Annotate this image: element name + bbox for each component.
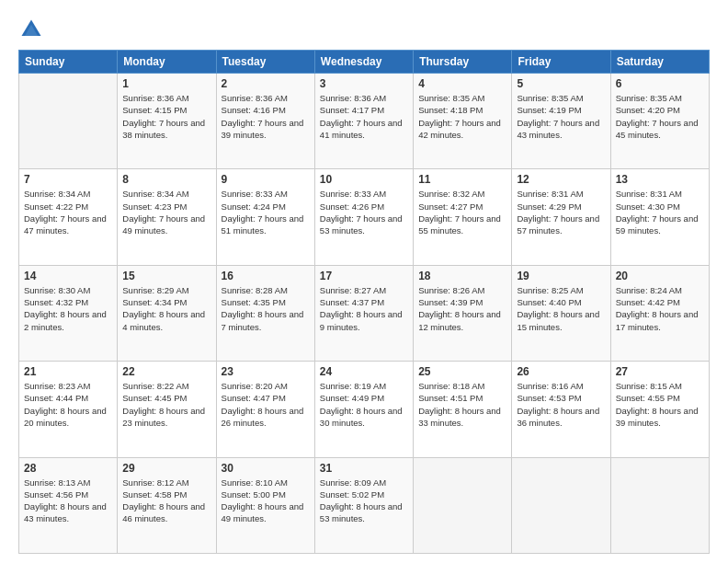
week-row-0: 1Sunrise: 8:36 AMSunset: 4:15 PMDaylight… xyxy=(19,74,710,169)
logo-icon xyxy=(18,17,44,42)
day-number: 2 xyxy=(222,77,310,90)
day-number: 4 xyxy=(418,77,506,90)
day-number: 11 xyxy=(418,173,506,186)
calendar-cell: 31Sunrise: 8:09 AMSunset: 5:02 PMDayligh… xyxy=(314,457,413,553)
day-number: 19 xyxy=(517,270,605,282)
calendar-cell: 23Sunrise: 8:20 AMSunset: 4:47 PMDayligh… xyxy=(216,362,314,457)
calendar-cell: 10Sunrise: 8:33 AMSunset: 4:26 PMDayligh… xyxy=(314,169,413,265)
day-info: Sunrise: 8:27 AMSunset: 4:37 PMDaylight:… xyxy=(320,284,408,333)
day-number: 24 xyxy=(320,365,408,378)
calendar-header-row: SundayMondayTuesdayWednesdayThursdayFrid… xyxy=(19,51,710,74)
day-info: Sunrise: 8:20 AMSunset: 4:47 PMDaylight:… xyxy=(222,380,310,429)
calendar-cell: 28Sunrise: 8:13 AMSunset: 4:56 PMDayligh… xyxy=(19,457,118,553)
day-info: Sunrise: 8:35 AMSunset: 4:20 PMDaylight:… xyxy=(616,92,704,141)
calendar-cell: 2Sunrise: 8:36 AMSunset: 4:16 PMDaylight… xyxy=(216,74,314,169)
day-number: 3 xyxy=(320,77,408,90)
day-number: 26 xyxy=(517,365,605,378)
day-number: 17 xyxy=(320,270,408,282)
day-info: Sunrise: 8:22 AMSunset: 4:45 PMDaylight:… xyxy=(122,380,210,429)
day-info: Sunrise: 8:36 AMSunset: 4:16 PMDaylight:… xyxy=(222,92,310,141)
calendar-cell: 3Sunrise: 8:36 AMSunset: 4:17 PMDaylight… xyxy=(314,74,413,169)
day-info: Sunrise: 8:23 AMSunset: 4:44 PMDaylight:… xyxy=(24,380,112,429)
calendar-cell: 17Sunrise: 8:27 AMSunset: 4:37 PMDayligh… xyxy=(314,265,413,361)
calendar-cell: 11Sunrise: 8:32 AMSunset: 4:27 PMDayligh… xyxy=(414,169,512,265)
page: SundayMondayTuesdayWednesdayThursdayFrid… xyxy=(0,0,728,563)
day-number: 30 xyxy=(222,462,310,475)
day-number: 12 xyxy=(517,173,605,186)
calendar-cell: 30Sunrise: 8:10 AMSunset: 5:00 PMDayligh… xyxy=(216,457,314,553)
day-number: 20 xyxy=(616,270,704,282)
calendar-cell: 29Sunrise: 8:12 AMSunset: 4:58 PMDayligh… xyxy=(118,457,216,553)
day-info: Sunrise: 8:24 AMSunset: 4:42 PMDaylight:… xyxy=(616,284,704,333)
week-row-1: 7Sunrise: 8:34 AMSunset: 4:22 PMDaylight… xyxy=(19,169,710,265)
calendar-cell: 7Sunrise: 8:34 AMSunset: 4:22 PMDaylight… xyxy=(19,169,118,265)
calendar-cell: 13Sunrise: 8:31 AMSunset: 4:30 PMDayligh… xyxy=(610,169,709,265)
calendar-cell: 21Sunrise: 8:23 AMSunset: 4:44 PMDayligh… xyxy=(19,362,118,457)
calendar-cell: 14Sunrise: 8:30 AMSunset: 4:32 PMDayligh… xyxy=(19,265,118,361)
day-number: 10 xyxy=(320,173,408,186)
day-number: 8 xyxy=(122,173,210,186)
day-number: 28 xyxy=(24,462,112,475)
day-number: 1 xyxy=(122,77,210,90)
header xyxy=(18,17,710,42)
calendar-table: SundayMondayTuesdayWednesdayThursdayFrid… xyxy=(18,50,710,554)
day-info: Sunrise: 8:18 AMSunset: 4:51 PMDaylight:… xyxy=(418,380,506,429)
day-info: Sunrise: 8:26 AMSunset: 4:39 PMDaylight:… xyxy=(418,284,506,333)
day-info: Sunrise: 8:19 AMSunset: 4:49 PMDaylight:… xyxy=(320,380,408,429)
day-number: 14 xyxy=(24,270,112,282)
day-info: Sunrise: 8:16 AMSunset: 4:53 PMDaylight:… xyxy=(517,380,605,429)
day-info: Sunrise: 8:25 AMSunset: 4:40 PMDaylight:… xyxy=(517,284,605,333)
col-header-friday: Friday xyxy=(512,51,610,74)
day-info: Sunrise: 8:28 AMSunset: 4:35 PMDaylight:… xyxy=(222,284,310,333)
calendar-cell: 26Sunrise: 8:16 AMSunset: 4:53 PMDayligh… xyxy=(512,362,610,457)
day-info: Sunrise: 8:31 AMSunset: 4:30 PMDaylight:… xyxy=(616,188,704,236)
day-number: 15 xyxy=(122,270,210,282)
calendar-cell: 24Sunrise: 8:19 AMSunset: 4:49 PMDayligh… xyxy=(314,362,413,457)
calendar-cell: 19Sunrise: 8:25 AMSunset: 4:40 PMDayligh… xyxy=(512,265,610,361)
calendar-cell xyxy=(414,457,512,553)
week-row-4: 28Sunrise: 8:13 AMSunset: 4:56 PMDayligh… xyxy=(19,457,710,553)
calendar-cell: 20Sunrise: 8:24 AMSunset: 4:42 PMDayligh… xyxy=(610,265,709,361)
col-header-saturday: Saturday xyxy=(610,51,709,74)
calendar-cell: 9Sunrise: 8:33 AMSunset: 4:24 PMDaylight… xyxy=(216,169,314,265)
day-number: 31 xyxy=(320,462,408,475)
day-number: 21 xyxy=(24,365,112,378)
day-info: Sunrise: 8:10 AMSunset: 5:00 PMDaylight:… xyxy=(222,477,310,525)
week-row-2: 14Sunrise: 8:30 AMSunset: 4:32 PMDayligh… xyxy=(19,265,710,361)
day-info: Sunrise: 8:33 AMSunset: 4:26 PMDaylight:… xyxy=(320,188,408,236)
col-header-tuesday: Tuesday xyxy=(216,51,314,74)
day-info: Sunrise: 8:34 AMSunset: 4:23 PMDaylight:… xyxy=(122,188,210,236)
day-number: 25 xyxy=(418,365,506,378)
col-header-monday: Monday xyxy=(118,51,216,74)
day-number: 9 xyxy=(222,173,310,186)
day-number: 27 xyxy=(616,365,704,378)
day-number: 5 xyxy=(517,77,605,90)
day-number: 6 xyxy=(616,77,704,90)
day-info: Sunrise: 8:35 AMSunset: 4:19 PMDaylight:… xyxy=(517,92,605,141)
calendar-cell: 15Sunrise: 8:29 AMSunset: 4:34 PMDayligh… xyxy=(118,265,216,361)
day-info: Sunrise: 8:36 AMSunset: 4:17 PMDaylight:… xyxy=(320,92,408,141)
day-info: Sunrise: 8:13 AMSunset: 4:56 PMDaylight:… xyxy=(24,477,112,525)
day-info: Sunrise: 8:12 AMSunset: 4:58 PMDaylight:… xyxy=(122,477,210,525)
calendar-cell: 1Sunrise: 8:36 AMSunset: 4:15 PMDaylight… xyxy=(118,74,216,169)
col-header-sunday: Sunday xyxy=(19,51,118,74)
calendar-cell: 16Sunrise: 8:28 AMSunset: 4:35 PMDayligh… xyxy=(216,265,314,361)
calendar-cell: 22Sunrise: 8:22 AMSunset: 4:45 PMDayligh… xyxy=(118,362,216,457)
day-info: Sunrise: 8:34 AMSunset: 4:22 PMDaylight:… xyxy=(24,188,112,236)
day-info: Sunrise: 8:36 AMSunset: 4:15 PMDaylight:… xyxy=(122,92,210,141)
day-info: Sunrise: 8:09 AMSunset: 5:02 PMDaylight:… xyxy=(320,477,408,525)
day-number: 22 xyxy=(122,365,210,378)
calendar-cell: 8Sunrise: 8:34 AMSunset: 4:23 PMDaylight… xyxy=(118,169,216,265)
day-info: Sunrise: 8:31 AMSunset: 4:29 PMDaylight:… xyxy=(517,188,605,236)
calendar-cell xyxy=(19,74,118,169)
day-number: 16 xyxy=(222,270,310,282)
day-info: Sunrise: 8:32 AMSunset: 4:27 PMDaylight:… xyxy=(418,188,506,236)
calendar-cell: 4Sunrise: 8:35 AMSunset: 4:18 PMDaylight… xyxy=(414,74,512,169)
day-number: 23 xyxy=(222,365,310,378)
day-info: Sunrise: 8:35 AMSunset: 4:18 PMDaylight:… xyxy=(418,92,506,141)
day-info: Sunrise: 8:15 AMSunset: 4:55 PMDaylight:… xyxy=(616,380,704,429)
calendar-cell: 27Sunrise: 8:15 AMSunset: 4:55 PMDayligh… xyxy=(610,362,709,457)
calendar-cell xyxy=(512,457,610,553)
col-header-wednesday: Wednesday xyxy=(314,51,413,74)
calendar-cell: 18Sunrise: 8:26 AMSunset: 4:39 PMDayligh… xyxy=(414,265,512,361)
